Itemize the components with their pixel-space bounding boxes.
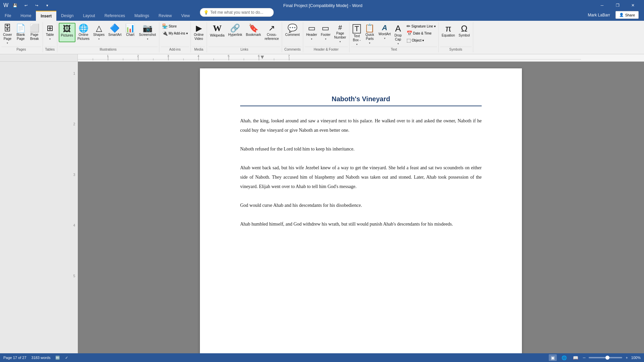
table-icon: ⊞: [47, 24, 53, 32]
user-area: Mark LaBarr 👤 Share: [588, 9, 644, 21]
symbol-button[interactable]: Ω Symbol: [457, 23, 471, 42]
header-footer-group-label: Header & Footer: [305, 47, 348, 52]
tab-review[interactable]: Review: [154, 11, 176, 21]
chart-button[interactable]: 📊 Chart: [123, 23, 137, 42]
online-video-button[interactable]: ▶ OnlineVideo: [192, 23, 205, 42]
comments-group-content: 💬 Comment: [283, 23, 301, 47]
share-button[interactable]: 👤 Share: [615, 11, 639, 19]
wordart-button[interactable]: A WordArt ▾: [377, 23, 392, 42]
signature-line-button[interactable]: ✏ Signature Line ▾: [405, 23, 437, 29]
svg-text:1: 1: [107, 54, 109, 58]
read-mode-button[interactable]: 📖: [572, 354, 580, 361]
media-group-content: ▶ OnlineVideo: [192, 23, 205, 47]
customize-qat-button[interactable]: ▾: [43, 1, 51, 9]
object-button[interactable]: ⬚ Object ▾: [405, 37, 437, 44]
text-box-button[interactable]: T TextBox - ▾: [351, 23, 363, 47]
text-group-content: T TextBox - ▾ 📋 QuickParts ▾ A WordArt ▾…: [351, 23, 437, 47]
word-icon: W: [3, 2, 8, 8]
store-button[interactable]: 🏪 Store: [161, 23, 189, 29]
equation-icon: π: [445, 24, 451, 33]
page-number-button[interactable]: # PageNumber ▾: [332, 23, 348, 44]
my-addins-button[interactable]: 🔌 My Add-ins ▾: [161, 30, 189, 37]
document-paragraph-4: God would curse Ahab and his descendants…: [240, 201, 482, 210]
footer-button[interactable]: ▭ Footer ▾: [319, 23, 332, 42]
document-page: Naboth's Vineyard Ahab, the king, looked…: [200, 68, 522, 353]
tab-design[interactable]: Design: [56, 11, 78, 21]
ruler: 1 2 3 4 5 6 7: [0, 54, 644, 62]
page-number-icon: #: [338, 24, 342, 31]
marker-2: 2: [73, 122, 75, 126]
online-pictures-icon: 🌐: [78, 24, 89, 32]
ribbon: 🗄 CoverPage ▾ 📄 BlankPage ⬜ PageBreak Pa…: [0, 21, 644, 54]
wikipedia-button[interactable]: W Wikipedia: [208, 23, 226, 42]
screenshot-button[interactable]: 📷 Screenshot ▾: [137, 23, 158, 42]
pictures-icon: 🖼: [63, 25, 71, 33]
tab-references[interactable]: References: [100, 11, 129, 21]
blank-page-icon: 📄: [16, 24, 26, 32]
tab-home[interactable]: Home: [16, 11, 36, 21]
document-body[interactable]: Ahab, the king, looked around and saw a …: [240, 116, 482, 229]
proofing-icon: ✓: [65, 356, 68, 360]
share-icon: 👤: [619, 13, 624, 17]
zoom-thumb[interactable]: [605, 356, 609, 360]
zoom-in-button[interactable]: +: [626, 356, 628, 360]
web-layout-button[interactable]: 🌐: [560, 354, 568, 361]
bookmark-button[interactable]: 🔖 Bookmark: [244, 23, 263, 42]
symbols-group-label: Symbols: [440, 47, 472, 52]
comments-group: 💬 Comment Comments: [282, 22, 303, 52]
comments-group-label: Comments: [283, 47, 301, 52]
table-button[interactable]: ⊞ Table ▾: [44, 23, 56, 42]
header-footer-group-content: ▭ Header ▾ ▭ Footer ▾ # PageNumber ▾: [305, 23, 348, 47]
tab-view[interactable]: View: [176, 11, 195, 21]
page-break-button[interactable]: ⬜ PageBreak: [28, 23, 41, 42]
equation-button[interactable]: π Equation: [440, 23, 457, 42]
text-group: T TextBox - ▾ 📋 QuickParts ▾ A WordArt ▾…: [350, 22, 439, 52]
tab-mailings[interactable]: Mailings: [130, 11, 154, 21]
user-name: Mark LaBarr: [588, 13, 610, 17]
wikipedia-icon: W: [213, 24, 222, 33]
tables-group: ⊞ Table ▾ Tables: [43, 22, 57, 52]
title-left: W 💾 ↩ ↪ ▾: [3, 1, 51, 9]
page-break-icon: ⬜: [30, 24, 40, 32]
left-panel: 1 2 3 4 5: [0, 62, 78, 353]
ruler-left-margin: [0, 54, 78, 61]
tab-layout[interactable]: Layout: [78, 11, 100, 21]
cross-reference-button[interactable]: ↗ Cross-reference: [263, 23, 280, 42]
tab-file[interactable]: File: [0, 11, 16, 21]
tell-me-input[interactable]: 💡 Tell me what you want to do...: [200, 8, 274, 17]
language-icon: 🔤: [55, 356, 60, 360]
links-group: W Wikipedia 🔗 Hyperlink 🔖 Bookmark ↗ Cro…: [207, 22, 282, 52]
ruler-main: 1 2 3 4 5 6 7: [78, 54, 644, 61]
smartart-button[interactable]: 🔷 SmartArt: [107, 23, 123, 42]
zoom-slider[interactable]: [589, 357, 622, 358]
redo-button[interactable]: ↪: [33, 1, 41, 9]
print-layout-button[interactable]: ▣: [549, 354, 557, 361]
page-markers: 1 2 3 4 5: [73, 62, 75, 278]
marker-4: 4: [73, 224, 75, 227]
document-paragraph-3: Ahab went back sad, but his wife Jezebel…: [240, 163, 482, 191]
save-button[interactable]: 💾: [11, 1, 19, 9]
hyperlink-button[interactable]: 🔗 Hyperlink: [226, 23, 244, 42]
shapes-button[interactable]: △ Shapes ▾: [92, 23, 106, 42]
svg-rect-0: [78, 54, 644, 61]
comment-button[interactable]: 💬 Comment: [283, 23, 301, 42]
svg-text:4: 4: [198, 54, 199, 58]
header-button[interactable]: ▭ Header ▾: [305, 23, 319, 42]
links-group-label: Links: [208, 47, 280, 52]
my-addins-icon: 🔌: [162, 31, 168, 36]
svg-text:5: 5: [228, 54, 229, 58]
undo-button[interactable]: ↩: [22, 1, 30, 9]
online-pictures-button[interactable]: 🌐 OnlinePictures: [76, 23, 91, 42]
tab-insert[interactable]: Insert: [36, 11, 56, 21]
zoom-out-button[interactable]: ─: [583, 356, 586, 360]
cover-page-icon: 🗄: [3, 24, 11, 32]
blank-page-button[interactable]: 📄 BlankPage: [14, 23, 28, 42]
quick-parts-button[interactable]: 📋 QuickParts ▾: [363, 23, 376, 45]
date-time-button[interactable]: 📅 Date & Time: [405, 30, 437, 37]
drop-cap-button[interactable]: A DropCap ▾: [393, 23, 404, 46]
cover-page-button[interactable]: 🗄 CoverPage ▾: [1, 23, 14, 45]
shapes-arrow: ▾: [98, 38, 100, 41]
document-scroll-area[interactable]: Naboth's Vineyard Ahab, the king, looked…: [78, 62, 644, 353]
ruler-svg: 1 2 3 4 5 6 7: [78, 54, 644, 61]
pictures-button[interactable]: 🖼 Pictures: [59, 23, 75, 42]
